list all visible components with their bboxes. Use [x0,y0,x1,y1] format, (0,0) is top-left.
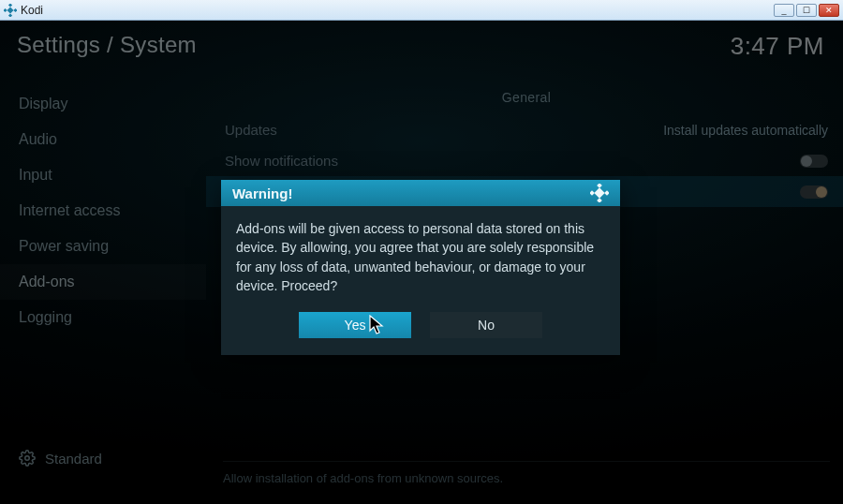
svg-rect-9 [604,190,609,196]
svg-rect-0 [8,4,12,7]
svg-rect-8 [590,190,595,196]
button-label: No [478,318,495,333]
button-label: Yes [345,318,366,333]
app-icon [4,4,17,17]
svg-rect-3 [13,7,17,11]
dialog-header: Warning! [221,180,620,206]
window-title: Kodi [21,4,43,17]
dialog-yes-button[interactable]: Yes [299,312,411,338]
window-minimize-button[interactable]: _ [774,4,794,17]
window-maximize-button[interactable]: ☐ [796,4,817,17]
svg-rect-4 [7,7,13,13]
svg-rect-10 [594,187,604,198]
svg-rect-2 [4,7,7,11]
dialog-no-button[interactable]: No [430,312,542,338]
warning-dialog: Warning! Add-ons will be given access to… [221,180,620,355]
kodi-logo-icon [590,184,609,202]
app-root: Settings / System 3:47 PM Display Audio … [0,21,843,504]
svg-rect-6 [597,184,602,188]
svg-rect-1 [8,13,12,17]
dialog-body: Add-ons will be given access to personal… [221,206,620,301]
svg-rect-7 [597,198,602,202]
window-close-button[interactable]: ✕ [819,4,839,17]
dialog-title: Warning! [232,185,292,201]
window-titlebar: Kodi _ ☐ ✕ [0,0,843,21]
